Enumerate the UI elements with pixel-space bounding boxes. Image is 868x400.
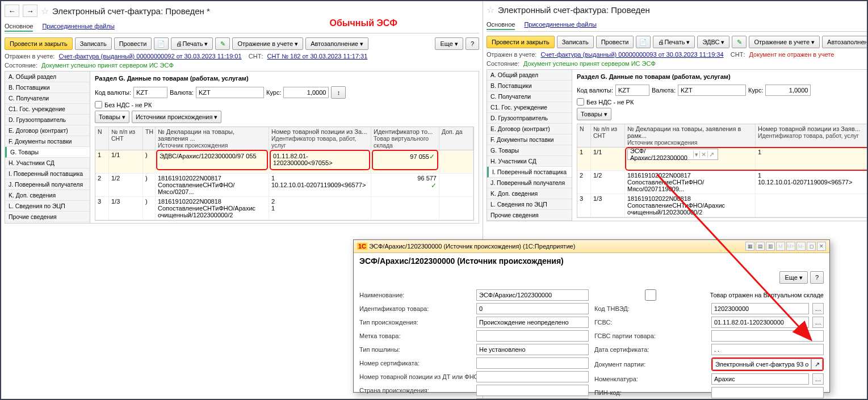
sidebar-item[interactable]: E. Договор (контракт) [5,125,90,136]
btn-autofill[interactable]: Автозаполнение ▾ [822,36,868,48]
btn-help[interactable]: ? [466,37,479,50]
rate-btn[interactable]: ↕ [331,86,346,99]
sidebar-item[interactable]: C1. Гос. учреждение [5,104,90,115]
sidebar-item[interactable]: Прочие сведения [487,210,572,221]
sidebar-item[interactable]: D. Грузоотправитель [487,113,572,124]
btn-view-icon[interactable]: 📄 [154,37,169,50]
popup-field[interactable] [476,317,589,328]
sidebar-item[interactable]: Прочие сведения [5,212,90,222]
sidebar-item[interactable]: J. Поверенный получателя [487,178,572,188]
table-row[interactable]: 2 1/2 181619102022N00817СопоставлениеСНТ… [577,171,868,194]
table-row[interactable]: 1 1/1 ) ЭДВС/Арахис/1202300000/97 055 01… [95,150,473,174]
sidebar-item[interactable]: B. Поставщики [5,82,90,93]
btn-edit-icon[interactable]: ✎ [732,36,747,48]
popup-field[interactable] [476,344,589,355]
btn-goods[interactable]: Товары ▾ [95,111,129,123]
popup-field[interactable] [476,371,589,382]
calc-icon[interactable]: ▤ [756,242,765,251]
reflected-link[interactable]: Счет-фактура (выданный) 00000000092 от 3… [58,53,241,60]
star-icon[interactable]: ☆ [41,6,49,16]
sidebar-item[interactable]: F. Документы поставки [487,134,572,145]
sidebar-item[interactable]: A. Общий раздел [487,70,572,81]
rate[interactable] [765,85,811,96]
tab-main[interactable]: Основное [5,22,33,32]
no-vat-checkbox[interactable] [95,101,102,108]
popup-help[interactable]: ? [810,271,824,284]
popup-field[interactable] [711,373,809,385]
popup-field[interactable] [711,330,824,342]
btn-edit-icon[interactable]: ✎ [215,37,230,50]
tab-main[interactable]: Основное [487,20,515,30]
tab-files[interactable]: Присоединенные файлы [524,20,596,30]
reflected-link[interactable]: Счет-фактура (выданный) 00000000093 от 3… [540,51,723,58]
btn-more[interactable]: Еще ▾ [435,37,463,50]
btn-print[interactable]: 🖨 Печать ▾ [171,37,213,50]
btn-post[interactable]: Провести [114,37,152,50]
sidebar-item[interactable]: G. Товары [487,145,572,156]
sidebar-item[interactable]: I. Поверенный поставщика [487,167,572,178]
popup-field[interactable] [476,357,589,369]
sidebar-item[interactable]: C. Получатели [487,91,572,102]
currency-code[interactable] [133,87,167,98]
table-row[interactable]: 3 1/3 181619102022N00818СопоставлениеСНТ… [577,194,868,217]
btn-write[interactable]: Записать [75,37,112,50]
open-icon[interactable]: … [812,373,824,385]
btn-autofill[interactable]: Автозаполнение ▾ [305,37,368,50]
sidebar-item[interactable]: K. Доп. сведения [487,188,572,199]
virtual-warehouse-checkbox[interactable] [594,289,707,301]
window-icon[interactable]: ◻ [807,242,816,251]
sidebar-item[interactable]: D. Грузоотправитель [5,115,90,125]
sidebar-item[interactable]: B. Поставщики [487,81,572,91]
btn-post[interactable]: Провести [596,36,634,48]
btn-post-close[interactable]: Провести и закрыть [5,37,73,50]
btn-reflect[interactable]: Отражение в учете ▾ [749,36,820,48]
popup-field[interactable] [476,289,589,301]
star-icon[interactable]: ☆ [487,5,494,15]
tool-icon[interactable]: ▦ [745,242,754,251]
table-row[interactable]: 2 1/2 ) 181619102022N00817СопоставлениеС… [95,174,473,197]
no-vat-checkbox[interactable] [577,98,584,106]
popup-field[interactable] [711,317,809,328]
open-icon[interactable]: … [812,317,824,328]
currency[interactable] [678,85,746,96]
snt-link[interactable]: СНТ № 182 от 30.03.2023 11:17:31 [267,53,368,60]
sidebar-item[interactable]: C. Получатели [5,93,90,104]
table-row[interactable]: 1 1/1 ЭСФ/Арахис/1202300000 ▾⨯↗ 1 [577,148,868,171]
btn-goods[interactable]: Товары ▾ [577,108,611,120]
tab-files[interactable]: Присоединенные файлы [42,22,114,32]
popup-more[interactable]: Еще ▾ [779,271,807,284]
popup-field[interactable] [476,330,589,342]
popup-field[interactable] [476,303,589,314]
sidebar-item[interactable]: G. Товары [5,147,90,158]
currency-code[interactable] [615,85,649,96]
table-row[interactable]: 3 1/3 ) 181619102022N00818СопоставлениеС… [95,197,473,220]
popup-field[interactable] [711,344,824,355]
sidebar-item[interactable]: K. Доп. сведения [5,190,90,201]
btn-view-icon[interactable]: 📄 [636,36,651,48]
sidebar-item[interactable]: H. Участники СД [5,158,90,169]
btn-edvs[interactable]: ЭДВС ▾ [697,36,729,48]
source-input[interactable]: ЭСФ/Арахис/1202300000 ▾⨯↗ [627,149,718,160]
sidebar-item[interactable]: F. Документы поставки [5,136,90,147]
sidebar-item[interactable]: A. Общий раздел [5,71,90,82]
sidebar-item[interactable]: I. Поверенный поставщика [5,169,90,179]
close-icon[interactable]: ✕ [817,242,826,251]
sidebar-item[interactable]: L. Сведения по ЭЦП [5,201,90,212]
btn-post-close[interactable]: Провести и закрыть [487,36,555,48]
popup-field[interactable] [476,385,589,396]
sidebar-item[interactable]: L. Сведения по ЭЦП [487,199,572,210]
open-icon[interactable]: ↗ [811,359,823,370]
btn-write[interactable]: Записать [557,36,594,48]
sidebar-item[interactable]: H. Участники СД [487,156,572,167]
sidebar-item[interactable]: E. Договор (контракт) [487,124,572,134]
btn-reflect[interactable]: Отражение в учете ▾ [232,37,303,50]
calendar-icon[interactable]: ▥ [766,242,775,251]
batch-doc-input[interactable] [712,359,811,370]
btn-print[interactable]: 🖨 Печать ▾ [653,36,695,48]
popup-field[interactable] [711,303,809,314]
btn-sources[interactable]: Источники происхождения ▾ [132,111,222,123]
nav-fwd[interactable]: → [23,5,37,17]
nav-back[interactable]: ← [5,5,19,17]
popup-field[interactable] [711,387,824,398]
sidebar-item[interactable]: J. Поверенный получателя [5,179,90,190]
